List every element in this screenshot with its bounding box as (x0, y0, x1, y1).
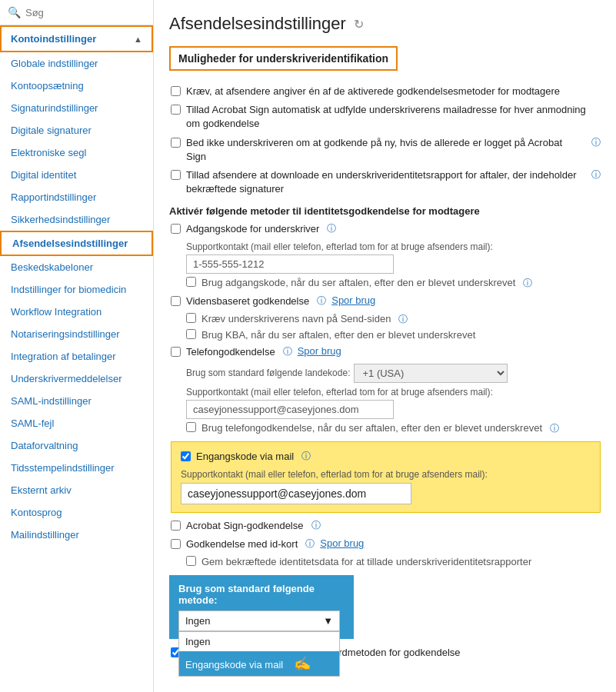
sidebar-item-saml[interactable]: SAML-indstillinger (0, 390, 153, 412)
access-code-sub-checkbox[interactable] (186, 277, 196, 287)
help-icon-3[interactable]: ⓘ (591, 168, 601, 181)
knowledge-based-help-icon[interactable]: ⓘ (317, 294, 326, 308)
sidebar-item-betalinger[interactable]: Integration af betalinger (0, 345, 153, 368)
otp-email-input[interactable] (181, 483, 411, 504)
acrobat-sign-checkbox[interactable] (171, 521, 181, 531)
access-code-sub-option: Brug adgangskode, når du ser aftalen, ef… (186, 277, 601, 290)
otp-email-checkbox[interactable] (181, 451, 191, 461)
chevron-up-icon: ▲ (134, 35, 142, 44)
knowledge-based-checkbox[interactable] (171, 296, 181, 306)
sidebar-section-label: Kontoindstillinger (11, 33, 96, 45)
sidebar-item-tidsstempel[interactable]: Tidsstempelindstillinger (0, 457, 153, 479)
kb-sub-0: Kræv underskriverens navn på Send-siden … (186, 313, 601, 326)
access-code-checkbox[interactable] (171, 224, 181, 234)
default-method-dropdown-container: Ingen ▼ Ingen Engangskode via mail ✍ (178, 610, 340, 631)
default-method-value: Ingen (185, 615, 211, 627)
sidebar-item-beskedskabeloner[interactable]: Beskedskabeloner (0, 256, 153, 278)
access-code-row: Adgangskode for underskriver ⓘ (171, 222, 601, 236)
phone-country-row: Brug som standard følgende landekode: +1… (186, 364, 601, 383)
search-icon: 🔍 (8, 6, 21, 18)
help-icon-2[interactable]: ⓘ (591, 136, 601, 149)
kb-sub-checkbox-1[interactable] (186, 329, 196, 339)
access-code-sub-label: Brug adgangskode, når du ser aftalen, ef… (201, 277, 515, 288)
sidebar-item-mailindstillinger[interactable]: Mailindstillinger (0, 524, 153, 546)
id-card-help-icon[interactable]: ⓘ (305, 537, 315, 551)
phone-sub-help-icon[interactable]: ⓘ (550, 422, 559, 435)
default-method-label: Brug som standard følgende metode: (178, 583, 345, 606)
sidebar-item-signatur[interactable]: Signaturindstillinger (0, 97, 153, 119)
sidebar-item-workflow-integration[interactable]: Workflow Integration (0, 301, 153, 323)
refresh-icon[interactable]: ↻ (354, 17, 364, 32)
access-code-help-icon[interactable]: ⓘ (327, 222, 336, 235)
access-code-label: Adgangskode for underskriver (186, 222, 319, 236)
sidebar: 🔍 Kontoindstillinger ▲ Globale indstilli… (0, 0, 154, 692)
sidebar-item-digitale-signaturer[interactable]: Digitale signaturer (0, 119, 153, 141)
phone-checkbox[interactable] (171, 347, 181, 357)
sidebar-item-globale[interactable]: Globale indstillinger (0, 52, 153, 75)
sidebar-item-rapportindstillinger[interactable]: Rapportindstillinger (0, 186, 153, 208)
sidebar-item-notarisering[interactable]: Notariseringsindstillinger (0, 323, 153, 345)
sidebar-item-sikkerhedsindstillinger[interactable]: Sikkerhedsindstillinger (0, 208, 153, 231)
acrobat-sign-row: Acrobat Sign-godkendelse ⓘ (171, 519, 601, 533)
option-label-2: Bed ikke underskriveren om at godkende p… (186, 136, 584, 164)
kb-sub-label-0: Kræv underskriverens navn på Send-siden (201, 313, 391, 324)
phone-sub-label: Brug telefongodkendelse, når du ser afta… (201, 422, 542, 434)
acrobat-sign-help-icon[interactable]: ⓘ (311, 519, 321, 532)
access-code-support-input[interactable] (186, 255, 394, 274)
otp-email-section: Engangskode via mail ⓘ Supportkontakt (m… (171, 441, 601, 513)
id-card-label: Godkendelse med id-kort (186, 537, 298, 551)
id-card-checkbox[interactable] (171, 539, 181, 549)
sidebar-item-eksternt-arkiv[interactable]: Eksternt arkiv (0, 479, 153, 501)
option-label-0: Kræv, at afsendere angiver én af de akti… (186, 85, 560, 98)
option-row-3: Tillad afsendere at downloade en undersk… (171, 168, 601, 196)
sidebar-item-saml-fejl[interactable]: SAML-fejl (0, 412, 153, 434)
otp-email-help-icon[interactable]: ⓘ (301, 450, 311, 463)
phone-support-input[interactable] (186, 400, 394, 419)
otp-email-support-label: Supportkontakt (mail eller telefon, efte… (181, 469, 591, 480)
option-checkbox-2[interactable] (171, 138, 181, 148)
knowledge-based-track-link[interactable]: Spor brug (331, 294, 375, 306)
phone-label: Telefongodkendelse (186, 345, 275, 359)
sidebar-item-kontoopsaetning[interactable]: Kontoopsætning (0, 75, 153, 97)
default-method-area: Brug som standard følgende metode: Ingen… (169, 575, 354, 639)
id-card-sub-checkbox[interactable] (186, 556, 196, 566)
access-code-sub-help-icon[interactable]: ⓘ (523, 277, 532, 290)
acrobat-sign-label: Acrobat Sign-godkendelse (186, 519, 304, 533)
sidebar-item-underskrivermeddelelser[interactable]: Underskrivermeddelelser (0, 368, 153, 390)
page-title: Afsendelsesindstillinger (169, 14, 346, 34)
access-code-support-label: Supportkontakt (mail eller telefon, efte… (186, 241, 601, 252)
default-method-dropdown[interactable]: Ingen ▼ (178, 610, 340, 631)
default-method-option-otp[interactable]: Engangskode via mail ✍ (179, 651, 339, 676)
sidebar-section-header[interactable]: Kontoindstillinger ▲ (0, 25, 153, 52)
identity-section-label: Aktivér følgende metoder til identitetsg… (169, 205, 601, 217)
kb-sub-help-0[interactable]: ⓘ (398, 313, 408, 326)
option-row-2: Bed ikke underskriveren om at godkende p… (171, 136, 601, 164)
phone-country-label: Brug som standard følgende landekode: (186, 368, 350, 378)
phone-country-select[interactable]: +1 (USA) (354, 364, 508, 383)
kb-sub-label-1: Brug KBA, når du ser aftalen, efter den … (201, 329, 475, 341)
phone-sub-checkbox[interactable] (186, 422, 196, 432)
phone-help-icon[interactable]: ⓘ (283, 345, 292, 358)
sidebar-item-kontosprog[interactable]: Kontosprog (0, 501, 153, 524)
section-header-box: Muligheder for underskriveridentifikatio… (169, 46, 398, 71)
id-card-track-link[interactable]: Spor brug (320, 537, 364, 549)
search-input[interactable] (25, 7, 145, 18)
sidebar-item-afsendelsesindstillinger[interactable]: Afsendelsesindstillinger (0, 231, 153, 256)
option-row-1: Tillad Acrobat Sign automatisk at udfyld… (171, 103, 601, 131)
sidebar-item-biomedicin[interactable]: Indstillinger for biomedicin (0, 278, 153, 301)
sidebar-item-elektroniske-segl[interactable]: Elektroniske segl (0, 141, 153, 164)
id-card-sub-label: Gem bekræftede identitetsdata for at til… (201, 556, 531, 567)
phone-track-link[interactable]: Spor brug (298, 345, 341, 357)
sidebar-item-dataforvaltning[interactable]: Dataforvaltning (0, 434, 153, 457)
sidebar-item-digital-identitet[interactable]: Digital identitet (0, 164, 153, 186)
kb-sub-1: Brug KBA, når du ser aftalen, efter den … (186, 329, 601, 341)
option-checkbox-3[interactable] (171, 170, 181, 180)
phone-row: Telefongodkendelse ⓘ Spor brug (171, 345, 601, 359)
default-method-option-ingen[interactable]: Ingen (179, 632, 339, 651)
kb-sub-checkbox-0[interactable] (186, 313, 196, 323)
option-checkbox-0[interactable] (171, 86, 181, 96)
option-row-0: Kræv, at afsendere angiver én af de akti… (171, 85, 601, 98)
search-bar[interactable]: 🔍 (0, 0, 153, 25)
chevron-down-icon: ▼ (323, 615, 333, 627)
option-checkbox-1[interactable] (171, 105, 181, 115)
